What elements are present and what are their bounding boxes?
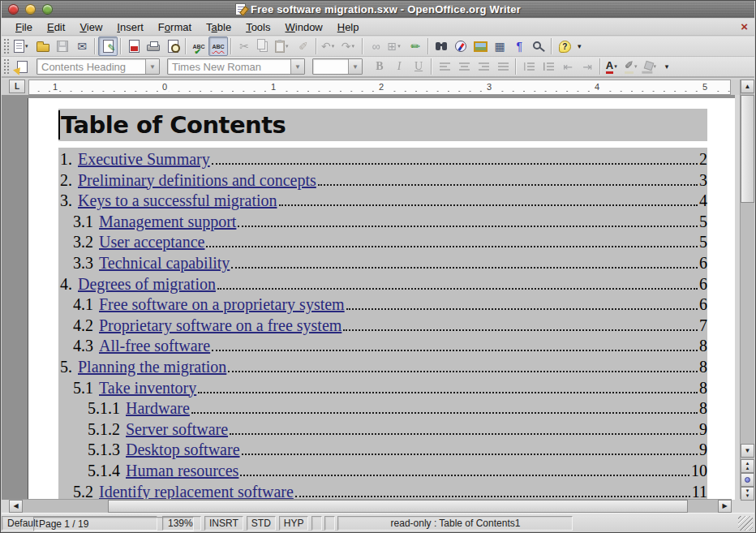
chevron-down-icon[interactable]: ▼ xyxy=(145,59,159,74)
toolbar-grip-2[interactable] xyxy=(3,58,9,75)
decrease-indent-button[interactable]: ⇤ xyxy=(558,57,578,76)
vertical-scrollbar[interactable]: ▲ ▼ ▲ ▲ ▼ ▼ xyxy=(740,80,754,499)
print-button[interactable] xyxy=(144,37,163,56)
toc-entry-link[interactable]: Degrees of migration xyxy=(78,274,216,295)
toolbar-options-2-button[interactable]: ▾ xyxy=(662,57,672,76)
navigation-button[interactable] xyxy=(741,473,754,487)
send-email-button[interactable]: ✉ xyxy=(72,37,92,56)
gallery-button[interactable] xyxy=(470,37,490,56)
page-preview-button[interactable] xyxy=(163,37,183,56)
previous-page-button[interactable]: ▲ ▲ xyxy=(741,459,754,473)
status-hyperlink-mode[interactable]: HYP xyxy=(279,516,309,531)
find-replace-button[interactable] xyxy=(432,37,451,56)
draw-functions-button[interactable]: ✏ xyxy=(406,37,425,56)
status-selection-mode[interactable]: STD xyxy=(247,516,276,531)
redo-button[interactable]: ↷▾ xyxy=(340,37,360,56)
highlighting-button[interactable]: ✐▾ xyxy=(623,57,642,76)
insert-table-button[interactable]: ⊞▾ xyxy=(385,37,406,56)
toc-entry-link[interactable]: All-free software xyxy=(99,336,210,357)
paintbrush-button[interactable]: ✐ xyxy=(294,37,313,56)
toc-entry-link[interactable]: Desktop software xyxy=(126,440,240,461)
italic-button[interactable]: I xyxy=(389,57,409,76)
horizontal-ruler[interactable]: 1012345 xyxy=(28,80,731,95)
horizontal-scrollbar[interactable]: ◀ ▶ xyxy=(9,499,732,513)
undo-button[interactable]: ↶▾ xyxy=(320,37,340,56)
toc-entry-link[interactable]: Take inventory xyxy=(99,378,196,399)
paragraph-style-combo[interactable]: Contents Heading ▼ xyxy=(37,58,160,75)
help-button[interactable]: ? xyxy=(555,37,574,56)
maximize-window-button[interactable] xyxy=(42,4,53,15)
toc-entry-link[interactable]: Human resources xyxy=(126,461,238,482)
cut-button[interactable]: ✂ xyxy=(234,37,254,56)
menu-insert[interactable]: Insert xyxy=(110,19,151,35)
justify-button[interactable] xyxy=(493,57,513,76)
next-page-button[interactable]: ▼ ▼ xyxy=(741,487,754,501)
dropdown-arrow-icon[interactable]: ▾ xyxy=(286,43,292,49)
edit-file-button[interactable] xyxy=(98,37,118,56)
toc-entry-link[interactable]: Identify replacement software xyxy=(99,482,294,501)
data-sources-button[interactable]: ▦ xyxy=(490,37,509,56)
scroll-right-button[interactable]: ▶ xyxy=(718,500,732,513)
dropdown-arrow-icon[interactable]: ▾ xyxy=(634,63,641,70)
bullet-list-button[interactable] xyxy=(539,57,558,76)
copy-button[interactable] xyxy=(254,37,273,56)
menu-window[interactable]: Window xyxy=(278,19,330,35)
toc-entry-link[interactable]: Technical capability xyxy=(99,253,230,274)
toolbar-grip[interactable] xyxy=(3,38,9,54)
dropdown-arrow-icon[interactable]: ▾ xyxy=(397,43,404,49)
scroll-down-button[interactable]: ▼ xyxy=(741,444,754,458)
toc-entry-link[interactable]: Hardware xyxy=(126,398,190,419)
hyperlink-button[interactable]: ∞ xyxy=(366,37,385,56)
stylist-button[interactable] xyxy=(12,57,32,76)
navigator-button[interactable] xyxy=(451,37,470,56)
underline-button[interactable]: U xyxy=(409,57,428,76)
increase-indent-button[interactable]: ⇥ xyxy=(578,57,597,76)
toc-entry-link[interactable]: Server software xyxy=(126,419,228,441)
dropdown-arrow-icon[interactable]: ▾ xyxy=(351,43,358,49)
nonprinting-characters-button[interactable]: ¶ xyxy=(509,37,529,56)
toc-entry-link[interactable]: Planning the migration xyxy=(78,357,226,378)
chevron-down-icon[interactable]: ▼ xyxy=(348,59,362,74)
numbered-list-button[interactable] xyxy=(519,57,539,76)
autospellcheck-button[interactable]: ABC xyxy=(208,37,228,56)
toc-entry-link[interactable]: Proprietary software on a free system xyxy=(99,316,341,337)
menu-tools[interactable]: Tools xyxy=(238,19,277,35)
toc-entry-link[interactable]: Free software on a proprietary system xyxy=(99,294,345,316)
menu-view[interactable]: View xyxy=(72,19,110,35)
export-pdf-button[interactable] xyxy=(124,37,144,56)
align-center-button[interactable] xyxy=(454,57,474,76)
toc-entry-link[interactable]: Preliminary definitions and concepts xyxy=(78,170,316,191)
document-page[interactable]: Table of Contents 1.Executive Summary22.… xyxy=(28,98,735,500)
open-folder-button[interactable] xyxy=(33,37,53,56)
minimize-window-button[interactable] xyxy=(25,4,36,15)
new-document-button[interactable]: ▾ xyxy=(12,37,33,56)
dropdown-arrow-icon[interactable]: ▾ xyxy=(614,63,621,70)
close-document-icon[interactable]: × xyxy=(741,19,748,33)
font-size-combo[interactable]: ▼ xyxy=(312,58,363,75)
scroll-left-button[interactable]: ◀ xyxy=(9,500,23,513)
status-page-number[interactable]: Page 1 / 19 xyxy=(33,517,194,531)
toolbar-options-button[interactable]: ▾ xyxy=(574,37,584,56)
title-bar[interactable]: Free software migration.sxw - OpenOffice… xyxy=(2,1,754,18)
save-button[interactable] xyxy=(53,37,72,56)
chevron-down-icon[interactable]: ▼ xyxy=(290,59,304,74)
menu-edit[interactable]: Edit xyxy=(40,19,72,35)
status-insert-mode[interactable]: INSRT xyxy=(204,516,243,531)
font-color-button[interactable]: A▾ xyxy=(604,57,623,76)
toc-entry-link[interactable]: Management support xyxy=(99,212,236,233)
spellcheck-button[interactable]: ABC xyxy=(189,37,208,56)
menu-help[interactable]: Help xyxy=(330,19,367,35)
font-name-combo[interactable]: Times New Roman ▼ xyxy=(167,58,305,75)
align-right-button[interactable] xyxy=(474,57,493,76)
dropdown-arrow-icon[interactable]: ▾ xyxy=(332,43,338,49)
close-window-button[interactable] xyxy=(8,4,19,15)
toc-entry-link[interactable]: Executive Summary xyxy=(78,149,210,170)
vertical-scroll-thumb[interactable] xyxy=(741,95,754,203)
menu-table[interactable]: Table xyxy=(199,19,238,35)
zoom-button[interactable] xyxy=(529,37,548,56)
dropdown-arrow-icon[interactable]: ▾ xyxy=(25,43,32,49)
align-left-button[interactable] xyxy=(435,57,454,76)
resize-grip[interactable] xyxy=(738,516,753,531)
dropdown-arrow-icon[interactable]: ▾ xyxy=(654,63,660,70)
toc-entry-link[interactable]: User acceptance xyxy=(99,232,204,253)
